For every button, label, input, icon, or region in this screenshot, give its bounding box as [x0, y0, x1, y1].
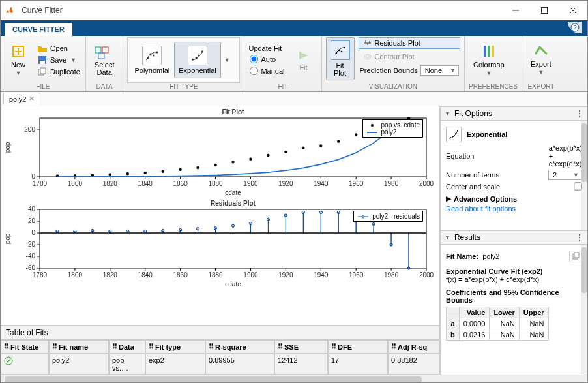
center-scale-checkbox[interactable] — [574, 182, 581, 190]
fit-options-header[interactable]: ▼ Fit Options ⋮ — [441, 106, 587, 121]
fit-button[interactable]: Fit — [290, 42, 317, 78]
group-label-prefs: PREFERENCES — [469, 83, 518, 91]
table-row-ar2[interactable]: 0.88182 — [388, 354, 439, 375]
open-button[interactable]: Open — [36, 43, 81, 54]
matlab-logo-icon — [1, 5, 19, 16]
col-adj-rsq[interactable]: ⠿Adj R-sq — [388, 340, 439, 354]
svg-text:?: ? — [573, 24, 576, 31]
table-row-r2[interactable]: 0.89955 — [205, 354, 274, 375]
coef-table: ValueLowerUpper a0.0000NaNNaN b0.0216NaN… — [446, 307, 549, 341]
equation-label: Equation — [446, 152, 549, 160]
svg-rect-12 — [40, 68, 46, 74]
col-fit-type[interactable]: ⠿Fit type — [145, 340, 205, 354]
svg-text:20: 20 — [28, 217, 36, 224]
svg-text:pop: pop — [4, 233, 11, 244]
menu-icon[interactable]: ⋮ — [576, 233, 583, 242]
svg-text:1900: 1900 — [243, 271, 258, 279]
col-dfe[interactable]: ⠿DFE — [328, 340, 388, 354]
ribbon: New ▼ Open Save▼ Duplicate FILE Select D… — [1, 36, 587, 92]
svg-text:1900: 1900 — [243, 180, 258, 187]
svg-rect-10 — [40, 61, 45, 64]
svg-point-221 — [450, 137, 451, 138]
doctab-poly2[interactable]: poly2 ✕ — [3, 93, 40, 105]
svg-text:1780: 1780 — [33, 271, 48, 279]
svg-text:2000: 2000 — [419, 271, 434, 279]
equation-value: a*exp(b*x) + c*exp(d*x) — [549, 144, 582, 168]
fittype-exponential[interactable]: Exponential — [174, 42, 221, 78]
select-data-button[interactable]: Select Data — [90, 40, 119, 80]
new-button[interactable]: New ▼ — [5, 40, 32, 80]
auto-radio[interactable]: Auto — [248, 54, 286, 64]
table-row-sse[interactable]: 12412 — [274, 354, 328, 375]
svg-point-71 — [91, 174, 94, 176]
fit-plot-button[interactable]: Fit Plot — [326, 37, 355, 80]
svg-text:-60: -60 — [26, 264, 36, 271]
col-fit-state[interactable]: ⠿Fit State — [1, 340, 49, 354]
group-preferences: Colormap ▼ PREFERENCES — [465, 36, 522, 91]
export-button[interactable]: Export ▼ — [526, 41, 556, 79]
chevron-down-icon: ▼ — [14, 70, 23, 76]
maximize-button[interactable] — [530, 1, 559, 20]
coef-heading: Coefficients and 95% Confidence Bounds — [446, 288, 559, 304]
help-icon[interactable]: ? — [568, 22, 582, 33]
manual-radio[interactable]: Manual — [248, 66, 286, 76]
update-fit-label: Update Fit — [248, 44, 286, 52]
col-r-square[interactable]: ⠿R-square — [205, 340, 274, 354]
center-scale-label: Center and scale — [446, 183, 574, 191]
exponential-icon — [446, 127, 462, 142]
new-label: New — [11, 61, 25, 69]
contour-plot-button[interactable]: Contour Plot — [359, 51, 461, 63]
fit-state-cell[interactable] — [1, 354, 49, 375]
svg-text:1840: 1840 — [138, 180, 153, 187]
fittype-more[interactable]: ▼ — [221, 42, 233, 78]
chevron-down-icon: ▼ — [223, 57, 231, 63]
tab-curve-fitter[interactable]: CURVE FITTER — [5, 23, 72, 36]
nterms-select[interactable]: 2▼ — [548, 170, 582, 180]
group-visualization: Fit Plot Residuals Plot Contour Plot Pre… — [322, 36, 465, 91]
horizontal-scrollbar[interactable] — [1, 375, 587, 383]
menu-icon[interactable]: ⋮ — [576, 109, 583, 118]
save-button[interactable]: Save▼ — [36, 55, 81, 65]
prediction-bounds-select[interactable]: None▼ — [420, 65, 459, 76]
table-row-name[interactable]: poly2 — [49, 354, 109, 375]
table-row-data[interactable]: pop vs.… — [109, 354, 145, 375]
results-header[interactable]: ▼ Results ⋮ — [441, 230, 587, 245]
collapse-icon[interactable]: ▼ — [445, 110, 450, 117]
svg-point-85 — [337, 140, 340, 142]
main-area: Fit Plot17801800182018401860188019001920… — [1, 106, 587, 375]
minimize-button[interactable] — [501, 1, 530, 20]
svg-text:1800: 1800 — [68, 180, 83, 187]
svg-text:1920: 1920 — [278, 180, 293, 187]
col-fit-name[interactable]: ⠿Fit name — [49, 340, 109, 354]
table-row-dfe[interactable]: 17 — [328, 354, 388, 375]
toolstrip-tabs: CURVE FITTER ? — [1, 20, 587, 36]
svg-point-72 — [109, 173, 111, 176]
copy-icon[interactable] — [569, 251, 582, 262]
scrollbar[interactable] — [581, 245, 587, 375]
residuals-plot-button[interactable]: Residuals Plot — [359, 37, 461, 49]
fittype-polynomial[interactable]: Polynomial — [130, 42, 174, 78]
advanced-options[interactable]: ▶Advanced Options — [446, 194, 582, 203]
close-button[interactable] — [559, 1, 587, 20]
plot-column: Fit Plot17801800182018401860188019001920… — [1, 106, 441, 375]
col-data[interactable]: ⠿Data — [109, 340, 145, 354]
read-about-link[interactable]: Read about fit options — [446, 205, 516, 213]
svg-text:1880: 1880 — [208, 271, 223, 279]
fit-name-value: poly2 — [482, 253, 499, 260]
close-icon[interactable]: ✕ — [29, 95, 35, 103]
fit-plot-chart: Fit Plot17801800182018401860188019001920… — [1, 106, 439, 198]
table-of-fits-title: Table of Fits — [1, 326, 439, 340]
collapse-icon[interactable]: ▼ — [445, 234, 450, 241]
svg-text:40: 40 — [28, 206, 36, 213]
scrollbar[interactable] — [581, 121, 587, 230]
duplicate-button[interactable]: Duplicate — [36, 67, 81, 77]
window-title: Curve Fitter — [19, 6, 501, 15]
table-row-type[interactable]: exp2 — [145, 354, 205, 375]
svg-text:1800: 1800 — [68, 271, 83, 279]
svg-point-223 — [455, 133, 456, 134]
col-sse[interactable]: ⠿SSE — [274, 340, 328, 354]
group-data: Select Data DATA — [86, 36, 124, 91]
colormap-button[interactable]: Colormap ▼ — [469, 40, 509, 80]
group-label-file: FILE — [5, 83, 81, 91]
svg-point-224 — [457, 130, 458, 132]
